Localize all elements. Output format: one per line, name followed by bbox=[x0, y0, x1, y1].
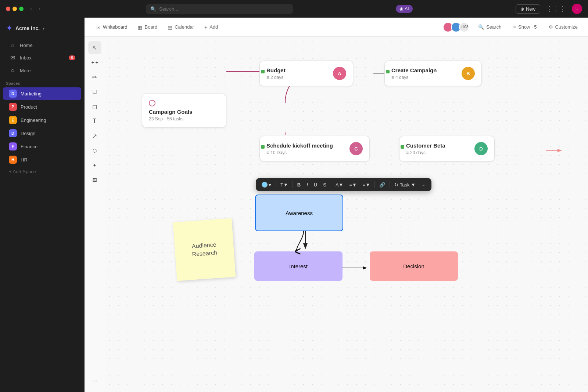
titlebar-right: ⊕ New ⋮⋮⋮ U bbox=[516, 4, 582, 14]
strikethrough-button[interactable]: S bbox=[321, 181, 329, 189]
board-tab-label: Board bbox=[144, 24, 157, 30]
customer-beta-title: Customer Beta bbox=[406, 142, 471, 149]
window-controls bbox=[6, 7, 24, 11]
decision-shape[interactable]: Decision bbox=[370, 251, 458, 281]
sidebar-item-inbox[interactable]: ✉ Inbox 9 bbox=[3, 52, 81, 64]
show-header-button[interactable]: ≡ Show · 5 bbox=[510, 23, 539, 31]
content-area: ⊡ Whiteboard ▦ Board ▤ Calendar + Add +1… bbox=[85, 18, 588, 392]
network-tool[interactable]: ⬡ bbox=[88, 144, 101, 157]
create-campaign-card[interactable]: Create Campaign ≡ 4 days B bbox=[384, 61, 482, 86]
close-dot[interactable] bbox=[6, 7, 10, 11]
interest-shape[interactable]: Interest bbox=[254, 251, 343, 281]
task-button[interactable]: ↻ Task ▼ bbox=[392, 181, 418, 189]
back-button[interactable]: ‹ bbox=[28, 5, 34, 13]
tab-add[interactable]: + Add bbox=[200, 22, 222, 32]
sidebar-item-product[interactable]: P Product bbox=[3, 101, 81, 113]
tab-board[interactable]: ▦ Board bbox=[133, 22, 162, 32]
marketing-label: Marketing bbox=[21, 91, 42, 97]
app-header: ⊡ Whiteboard ▦ Board ▤ Calendar + Add +1… bbox=[85, 18, 588, 37]
inbox-label: Inbox bbox=[20, 55, 32, 61]
customer-beta-card[interactable]: Customer Beta ≡ 20 days D bbox=[399, 136, 495, 161]
more-tools-button[interactable]: ··· bbox=[88, 374, 101, 388]
grid-icon[interactable]: ⋮⋮⋮ bbox=[546, 5, 566, 13]
workspace-caret-icon: ▾ bbox=[43, 26, 44, 30]
sidebar-item-hr[interactable]: H HR bbox=[3, 153, 81, 166]
board-tab-icon: ▦ bbox=[137, 24, 142, 30]
new-button[interactable]: ⊕ New bbox=[516, 4, 540, 14]
whiteboard-canvas[interactable]: Campaign Goals 23 Sep · 55 tasks Budget … bbox=[105, 37, 588, 392]
home-label: Home bbox=[20, 43, 33, 48]
list-button[interactable]: ≡▼ bbox=[361, 181, 372, 189]
more-format-button[interactable]: ··· bbox=[419, 181, 428, 189]
create-campaign-sub-icon: ≡ bbox=[391, 75, 394, 80]
sidebar-item-marketing[interactable]: D Marketing bbox=[3, 87, 81, 100]
select-tool[interactable]: ↖ bbox=[88, 41, 101, 54]
color-picker-button[interactable]: ▾ bbox=[259, 180, 273, 189]
workspace-header[interactable]: ✦ Acme Inc. ▾ bbox=[0, 21, 84, 39]
avatars-more-count[interactable]: +108 bbox=[459, 22, 469, 32]
rect-tool[interactable]: □ bbox=[88, 85, 101, 98]
align-button[interactable]: ≡▼ bbox=[347, 181, 359, 189]
sidebar-item-finance[interactable]: F Finance bbox=[3, 140, 81, 153]
forward-button[interactable]: › bbox=[36, 5, 43, 13]
sidebar-item-more[interactable]: ○ More bbox=[3, 65, 81, 76]
global-search-input[interactable] bbox=[159, 6, 288, 12]
schedule-kickoff-card[interactable]: Schedule kickoff meeting ≡ 10 Days C bbox=[259, 136, 370, 161]
whiteboard-tab-icon: ⊡ bbox=[96, 24, 101, 30]
text-tool[interactable]: T bbox=[88, 115, 101, 128]
canvas-area: ↖ ✦✦ ✏ □ ◻ T ↗ ⬡ ✦ 🖼 ··· bbox=[85, 37, 588, 392]
search-header-button[interactable]: 🔍 Search bbox=[475, 23, 504, 31]
user-avatar[interactable]: U bbox=[572, 4, 582, 14]
budget-card-inner: Budget ≡ 2 days A bbox=[266, 67, 346, 80]
arrow-tool[interactable]: ↗ bbox=[88, 129, 101, 142]
finance-dot: F bbox=[9, 142, 17, 150]
customer-beta-sub-icon: ≡ bbox=[406, 150, 409, 155]
schedule-kickoff-sub-icon: ≡ bbox=[266, 150, 269, 155]
inbox-icon: ✉ bbox=[9, 54, 16, 61]
customize-header-button[interactable]: ⚙ Customize bbox=[546, 23, 581, 31]
bold-button[interactable]: B bbox=[295, 181, 303, 189]
connectors-svg bbox=[105, 37, 588, 392]
sticky-note[interactable]: AudienceResearch bbox=[173, 218, 236, 281]
minimize-dot[interactable] bbox=[12, 7, 17, 11]
search-header-label: Search bbox=[486, 24, 501, 30]
text-format-toolbar: ▾ T▼ B I U S A▼ ≡▼ ≡▼ 🔗 ↻ Task ▼ bbox=[256, 178, 431, 191]
tab-whiteboard[interactable]: ⊡ Whiteboard bbox=[92, 22, 132, 32]
note-tool[interactable]: ◻ bbox=[88, 100, 101, 113]
ai-button[interactable]: ◉ AI bbox=[396, 5, 412, 13]
show-label: Show · 5 bbox=[518, 24, 537, 30]
hr-dot: H bbox=[9, 156, 17, 164]
sidebar-item-engineering[interactable]: E Engineering bbox=[3, 114, 81, 126]
campaign-goals-status-icon bbox=[149, 100, 155, 106]
schedule-kickoff-inner: Schedule kickoff meeting ≡ 10 Days C bbox=[266, 142, 363, 155]
image-tool[interactable]: 🖼 bbox=[88, 173, 101, 186]
inbox-badge: 9 bbox=[69, 55, 75, 60]
link-button[interactable]: 🔗 bbox=[377, 181, 387, 189]
budget-card[interactable]: Budget ≡ 2 days A bbox=[259, 61, 353, 86]
create-campaign-inner: Create Campaign ≡ 4 days B bbox=[391, 67, 475, 80]
hr-label: HR bbox=[21, 157, 28, 163]
tab-calendar[interactable]: ▤ Calendar bbox=[163, 22, 198, 32]
pen-tool[interactable]: ✦✦ bbox=[88, 56, 101, 69]
finance-label: Finance bbox=[21, 144, 37, 149]
add-space-button[interactable]: + Add Space bbox=[3, 167, 81, 177]
awareness-label: Awareness bbox=[286, 210, 313, 216]
maximize-dot[interactable] bbox=[19, 7, 24, 11]
underline-button[interactable]: U bbox=[312, 181, 319, 189]
spaces-section-label: Spaces bbox=[0, 77, 84, 87]
main-layout: ✦ Acme Inc. ▾ ⌂ Home ✉ Inbox 9 ○ More Sp… bbox=[0, 18, 588, 392]
pencil-tool[interactable]: ✏ bbox=[88, 70, 101, 84]
global-search-bar[interactable]: 🔍 bbox=[146, 4, 293, 14]
add-tab-icon: + bbox=[204, 24, 207, 30]
font-button[interactable]: A▼ bbox=[333, 181, 346, 189]
magic-tool[interactable]: ✦ bbox=[88, 159, 101, 172]
color-swatch bbox=[262, 182, 268, 188]
sidebar-item-design[interactable]: D Design bbox=[3, 127, 81, 139]
sidebar-item-home[interactable]: ⌂ Home bbox=[3, 39, 81, 51]
text-size-button[interactable]: T▼ bbox=[278, 181, 290, 189]
campaign-goals-card[interactable]: Campaign Goals 23 Sep · 55 tasks bbox=[142, 94, 226, 128]
awareness-shape[interactable]: Awareness bbox=[255, 195, 343, 231]
italic-button[interactable]: I bbox=[304, 181, 310, 189]
home-icon: ⌂ bbox=[9, 42, 16, 48]
create-campaign-status-dot bbox=[386, 70, 390, 73]
